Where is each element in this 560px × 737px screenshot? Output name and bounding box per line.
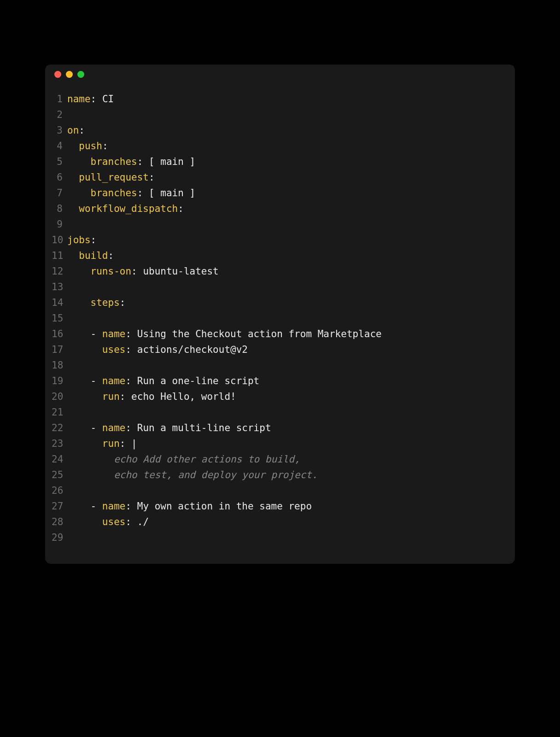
code-content [67,357,73,373]
code-line[interactable]: 22 - name: Run a multi-line script [52,420,504,436]
token-key: name [102,328,126,339]
code-line[interactable]: 10jobs: [52,232,504,248]
token-val: [ main ] [143,156,195,167]
code-line[interactable]: 21 [52,404,504,420]
code-content [67,107,73,123]
code-line[interactable]: 26 [52,483,504,498]
token-val: My own action in the same repo [131,501,312,512]
token-val [67,187,91,199]
code-line[interactable]: 5 branches: [ main ] [52,154,504,170]
line-number: 17 [52,342,67,357]
token-val: CI [96,94,114,105]
line-number: 19 [52,373,67,389]
line-number: 15 [52,310,67,326]
code-content: name: CI [67,91,114,107]
token-key: run [102,391,120,402]
code-line[interactable]: 4 push: [52,138,504,154]
token-punct: : [120,297,126,308]
code-line[interactable]: 20 run: echo Hello, world! [52,389,504,404]
code-line[interactable]: 25 echo test, and deploy your project. [52,467,504,483]
token-val [67,172,79,183]
token-val: echo Hello, world! [125,391,236,402]
code-line[interactable]: 15 [52,310,504,326]
code-content: steps: [67,295,125,310]
token-val: Run a multi-line script [131,422,271,433]
line-number: 13 [52,279,67,295]
token-val [67,140,79,152]
token-val [67,344,102,355]
code-line[interactable]: 24 echo Add other actions to build, [52,451,504,467]
code-content [67,483,73,498]
token-key: push [79,140,102,152]
token-key: runs-on [91,266,132,277]
line-number: 4 [52,138,67,154]
token-key: uses [102,344,126,355]
code-line[interactable]: 2 [52,107,504,123]
line-number: 2 [52,107,67,123]
token-key: steps [91,297,120,308]
code-line[interactable]: 29 [52,530,504,545]
token-val [67,391,102,402]
code-line[interactable]: 9 [52,216,504,232]
token-punct: : [137,156,143,167]
token-dash: - [67,328,102,339]
token-val: [ main ] [143,187,195,199]
code-content: uses: ./ [67,514,149,530]
code-content: uses: actions/checkout@v2 [67,342,248,357]
code-line[interactable]: 13 [52,279,504,295]
code-editor[interactable]: 1name: CI2 3on:4 push:5 branches: [ main… [45,84,515,564]
token-key: name [67,94,91,105]
code-content: run: | [67,436,137,451]
code-content: branches: [ main ] [67,154,195,170]
token-key: run [102,438,120,449]
token-val: | [125,438,137,449]
close-icon[interactable] [54,71,61,78]
code-line[interactable]: 28 uses: ./ [52,514,504,530]
token-punct: : [120,438,126,449]
code-content: branches: [ main ] [67,185,195,201]
token-val [67,516,102,527]
token-dash: - [67,422,102,433]
line-number: 27 [52,498,67,514]
token-punct: : [137,187,143,199]
window-titlebar [45,64,515,84]
line-number: 6 [52,170,67,185]
token-punct: : [125,501,131,512]
code-line[interactable]: 23 run: | [52,436,504,451]
token-val [67,297,91,308]
code-line[interactable]: 14 steps: [52,295,504,310]
token-key: name [102,422,126,433]
code-line[interactable]: 17 uses: actions/checkout@v2 [52,342,504,357]
token-punct: : [79,125,85,136]
code-line[interactable]: 18 [52,357,504,373]
code-line[interactable]: 19 - name: Run a one-line script [52,373,504,389]
code-content [67,279,73,295]
line-number: 24 [52,451,67,467]
token-val [67,203,79,214]
line-number: 3 [52,123,67,138]
code-line[interactable]: 12 runs-on: ubuntu-latest [52,263,504,279]
code-content [67,404,73,420]
line-number: 23 [52,436,67,451]
token-val [67,266,91,277]
code-line[interactable]: 11 build: [52,248,504,263]
code-line[interactable]: 3on: [52,123,504,138]
minimize-icon[interactable] [66,71,73,78]
code-line[interactable]: 27 - name: My own action in the same rep… [52,498,504,514]
line-number: 7 [52,185,67,201]
code-line[interactable]: 6 pull_request: [52,170,504,185]
code-content: echo test, and deploy your project. [67,467,318,483]
token-val: Using the Checkout action from Marketpla… [131,328,382,339]
token-punct: : [131,266,137,277]
zoom-icon[interactable] [77,71,84,78]
code-window: 1name: CI2 3on:4 push:5 branches: [ main… [45,64,515,564]
token-key: pull_request [79,172,149,183]
token-punct: : [102,140,108,152]
code-line[interactable]: 16 - name: Using the Checkout action fro… [52,326,504,342]
token-val: actions/checkout@v2 [131,344,248,355]
code-line[interactable]: 8 workflow_dispatch: [52,201,504,216]
code-line[interactable]: 1name: CI [52,91,504,107]
code-content [67,216,73,232]
line-number: 28 [52,514,67,530]
code-line[interactable]: 7 branches: [ main ] [52,185,504,201]
